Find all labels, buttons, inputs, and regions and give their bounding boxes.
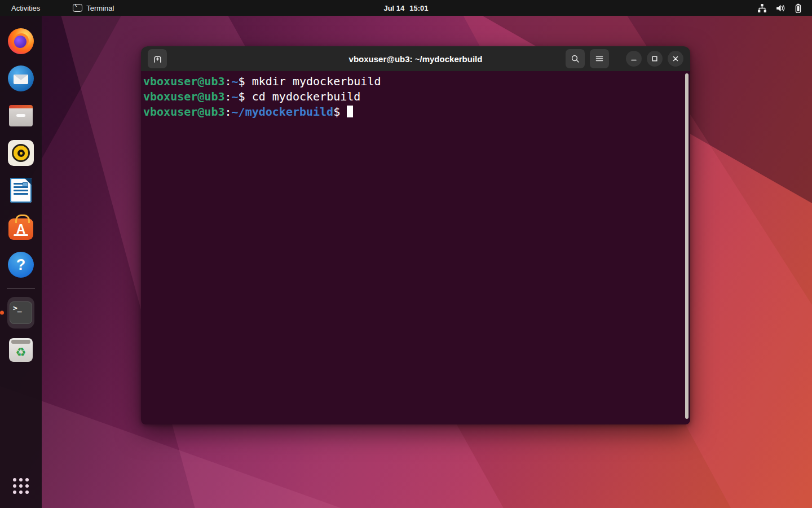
terminal-cursor	[347, 106, 353, 117]
writer-icon-line	[14, 190, 28, 191]
maximize-icon	[651, 55, 659, 63]
terminal-icon-glyph: >_	[13, 304, 22, 312]
search-icon	[571, 54, 580, 63]
help-icon: ?	[8, 252, 34, 278]
rhythmbox-speaker-center	[17, 150, 25, 157]
minimize-icon	[630, 55, 638, 63]
dock-separator	[7, 288, 35, 289]
dock-item-trash[interactable]: ♻	[7, 336, 34, 364]
prompt-user: vboxuser@ub3	[143, 105, 225, 119]
files-icon-body	[9, 108, 33, 126]
app-menu-terminal[interactable]: Terminal	[73, 0, 114, 16]
close-button[interactable]	[668, 51, 683, 67]
prompt-path: ~	[232, 75, 239, 88]
terminal-app-icon	[73, 4, 82, 12]
terminal-line-current: vboxuser@ub3:~/mydockerbuild$	[143, 104, 685, 120]
prompt-user: vboxuser@ub3	[143, 75, 225, 88]
dock-item-files[interactable]	[7, 102, 34, 129]
terminal-titlebar[interactable]: vboxuser@ub3: ~/mydockerbuild	[141, 46, 690, 71]
hamburger-menu-icon	[595, 54, 604, 63]
dock-item-libreoffice-writer[interactable]	[7, 177, 34, 204]
terminal-icon: >_	[10, 301, 32, 324]
terminal-active-highlight: >_	[7, 297, 34, 329]
top-bar: Activities Terminal Jul 14 15:01	[0, 0, 812, 16]
dock-item-ubuntu-software[interactable]: A	[7, 214, 34, 241]
dock-item-thunderbird[interactable]	[7, 65, 34, 92]
command-text	[340, 105, 347, 119]
terminal-screen[interactable]: vboxuser@ub3:~$ mkdir mydockerbuild vbox…	[141, 71, 690, 424]
network-wired-icon	[757, 3, 767, 13]
search-button[interactable]	[566, 49, 585, 68]
files-icon-slot	[16, 114, 25, 117]
files-icon	[9, 107, 33, 126]
terminal-line: vboxuser@ub3:~$ mkdir mydockerbuild	[143, 74, 685, 89]
window-title: vboxuser@ub3: ~/mydockerbuild	[349, 54, 483, 64]
ubuntu-software-icon: A	[8, 218, 33, 240]
prompt-colon: :	[225, 90, 232, 103]
clock-time: 15:01	[409, 4, 428, 12]
dock-item-terminal-active[interactable]: >_	[7, 299, 34, 326]
rhythmbox-speaker-dot	[20, 152, 23, 155]
new-tab-button[interactable]	[148, 49, 167, 68]
writer-icon-image	[23, 182, 28, 187]
clock-date: Jul 14	[383, 4, 404, 12]
thunderbird-icon	[8, 65, 34, 91]
rhythmbox-icon	[8, 140, 34, 166]
dock: A ? >_ ♻	[0, 16, 42, 508]
prompt-path: ~	[232, 90, 239, 103]
volume-icon	[775, 3, 785, 13]
prompt-dollar: $	[239, 90, 245, 103]
command-text: mkdir mydockerbuild	[245, 75, 381, 88]
prompt-path: ~/mydockerbuild	[232, 105, 334, 119]
firefox-icon	[8, 28, 34, 54]
prompt-dollar: $	[333, 105, 340, 119]
terminal-window: vboxuser@ub3: ~/mydockerbuild	[141, 46, 690, 424]
running-indicator-dot	[0, 311, 4, 315]
libreoffice-writer-icon	[10, 178, 32, 203]
dock-item-help[interactable]: ?	[7, 251, 34, 278]
activities-button[interactable]: Activities	[0, 0, 51, 16]
dock-item-rhythmbox[interactable]	[7, 139, 34, 167]
clock-button[interactable]: Jul 14 15:01	[383, 4, 428, 12]
rhythmbox-speaker	[12, 144, 30, 162]
writer-icon-line	[14, 193, 28, 195]
minimize-button[interactable]	[626, 51, 642, 67]
command-text: cd mydockerbuild	[245, 90, 361, 103]
software-icon-bar	[14, 234, 28, 236]
show-applications-button[interactable]	[12, 478, 29, 494]
prompt-user: vboxuser@ub3	[143, 90, 225, 103]
app-menu-label: Terminal	[86, 4, 114, 12]
prompt-colon: :	[225, 75, 232, 88]
maximize-button[interactable]	[647, 51, 663, 67]
battery-icon	[793, 3, 803, 13]
dock-item-firefox[interactable]	[7, 28, 34, 55]
terminal-line: vboxuser@ub3:~$ cd mydockerbuild	[143, 89, 685, 104]
system-tray[interactable]	[757, 0, 812, 16]
prompt-colon: :	[225, 105, 232, 119]
terminal-scrollbar[interactable]	[685, 73, 689, 419]
close-icon	[672, 55, 679, 63]
recycle-glyph: ♻	[16, 345, 27, 359]
menu-button[interactable]	[590, 49, 609, 68]
trash-icon: ♻	[9, 338, 33, 362]
prompt-dollar: $	[239, 75, 245, 88]
new-tab-icon	[153, 54, 162, 64]
